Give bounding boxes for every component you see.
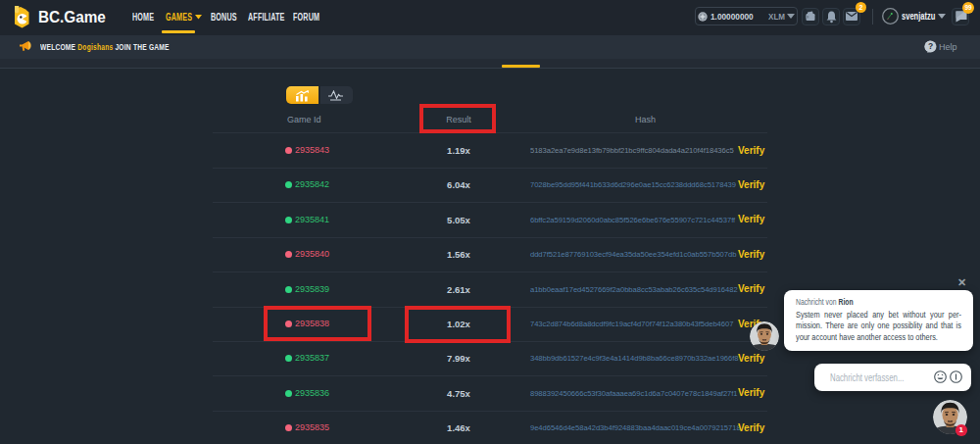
- svg-text:?: ?: [928, 41, 933, 51]
